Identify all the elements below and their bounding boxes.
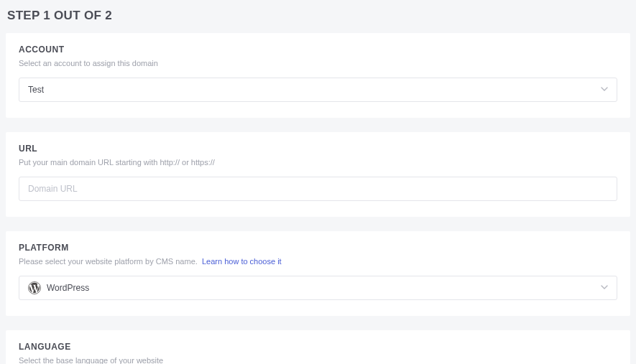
url-description: Put your main domain URL starting with h… — [19, 158, 617, 167]
language-label: LANGUAGE — [19, 342, 617, 352]
platform-description: Please select your website platform by C… — [19, 257, 617, 266]
url-input-wrapper — [19, 177, 617, 201]
platform-learn-link[interactable]: Learn how to choose it — [202, 257, 282, 266]
account-description: Select an account to assign this domain — [19, 59, 617, 67]
wordpress-icon — [28, 281, 41, 294]
account-card: ACCOUNT Select an account to assign this… — [6, 33, 630, 118]
url-label: URL — [19, 144, 617, 154]
language-description: Select the base language of your website — [19, 356, 617, 364]
platform-label: PLATFORM — [19, 243, 617, 253]
url-input[interactable] — [28, 184, 608, 194]
platform-card: PLATFORM Please select your website plat… — [6, 231, 630, 316]
platform-desc-text: Please select your website platform by C… — [19, 257, 198, 266]
account-selected-value: Test — [28, 85, 608, 95]
language-card: LANGUAGE Select the base language of you… — [6, 330, 630, 364]
platform-select[interactable]: WordPress — [19, 276, 617, 300]
url-card: URL Put your main domain URL starting wi… — [6, 132, 630, 217]
account-label: ACCOUNT — [19, 45, 617, 55]
platform-selected-value: WordPress — [47, 283, 608, 293]
page-title: STEP 1 OUT OF 2 — [7, 9, 630, 23]
account-select[interactable]: Test — [19, 78, 617, 102]
